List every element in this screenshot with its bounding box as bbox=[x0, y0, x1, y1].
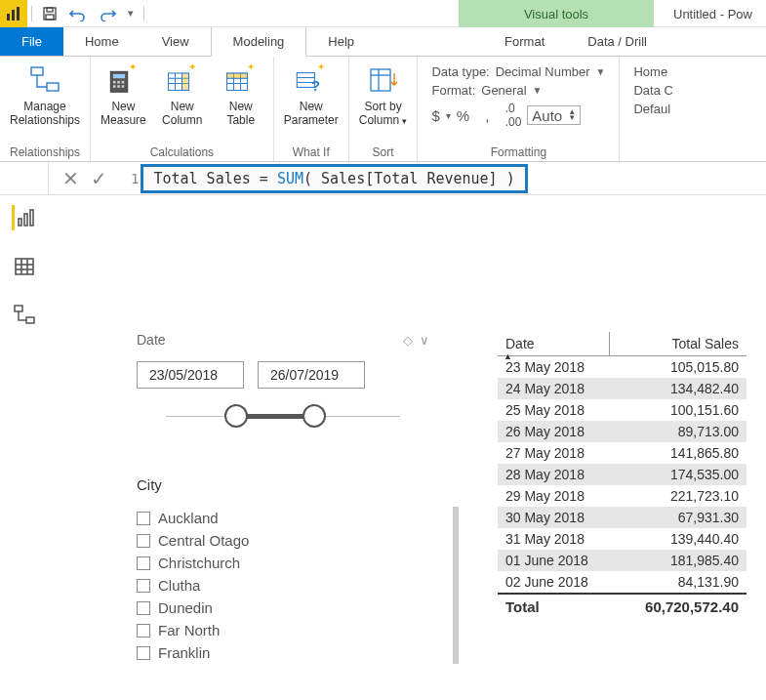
date-to-input[interactable]: 26/07/2019 bbox=[258, 361, 365, 389]
date-from-input[interactable]: 23/05/2018 bbox=[137, 361, 244, 389]
value: General bbox=[481, 83, 526, 98]
sort-icon bbox=[366, 62, 401, 98]
tab-file[interactable]: File bbox=[0, 27, 63, 56]
default-summarization-row[interactable]: Defaul bbox=[633, 102, 672, 116]
slicer-title-label: Date bbox=[137, 332, 166, 348]
new-measure-button[interactable]: ✦ New Measure bbox=[95, 59, 152, 131]
city-checkbox-item[interactable]: Dunedin bbox=[137, 597, 429, 619]
svg-rect-12 bbox=[122, 81, 125, 84]
svg-rect-38 bbox=[16, 259, 33, 274]
city-label: Auckland bbox=[158, 510, 219, 526]
table-row[interactable]: 30 May 201867,931.30 bbox=[498, 507, 746, 528]
report-canvas: Date ◇ ∨ 23/05/2018 26/07/2019 City Auck… bbox=[59, 234, 766, 700]
date-range-slider[interactable] bbox=[137, 398, 429, 437]
table-row[interactable]: 31 May 2018139,440.40 bbox=[498, 528, 746, 550]
qat-customize-icon[interactable]: ▾ bbox=[122, 7, 140, 20]
table-row[interactable]: 01 June 2018181,985.40 bbox=[498, 550, 746, 571]
column-header-sales[interactable]: Total Sales bbox=[610, 332, 746, 355]
formula-input[interactable]: Total Sales = SUM( Sales[Total Revenue] … bbox=[141, 164, 527, 193]
tab-help[interactable]: Help bbox=[306, 27, 376, 56]
cell-date: 28 May 2018 bbox=[498, 464, 610, 485]
total-value: 60,720,572.40 bbox=[610, 595, 746, 619]
datatype-dropdown[interactable]: Data type: Decimal Number ▼ bbox=[431, 64, 605, 79]
model-view-icon[interactable] bbox=[12, 303, 37, 328]
sort-by-column-button[interactable]: Sort by Column ▾ bbox=[353, 59, 414, 132]
svg-rect-11 bbox=[118, 81, 121, 84]
svg-rect-9 bbox=[113, 74, 125, 78]
stepper-arrows-icon: ▲▼ bbox=[568, 109, 576, 121]
slicer-options-icon[interactable]: ◇ ∨ bbox=[403, 333, 429, 348]
svg-rect-32 bbox=[371, 69, 390, 91]
city-checkbox-item[interactable]: Christchurch bbox=[137, 552, 429, 574]
decimal-button[interactable]: .0.00 bbox=[505, 102, 522, 129]
cancel-formula-icon[interactable]: ✕ bbox=[62, 167, 79, 190]
home-table-row[interactable]: Home bbox=[633, 64, 672, 79]
commit-formula-icon[interactable]: ✓ bbox=[91, 167, 107, 190]
table-row[interactable]: 29 May 2018221,723.10 bbox=[498, 485, 746, 507]
decimal-places-stepper[interactable]: Auto ▲▼ bbox=[527, 105, 581, 125]
data-category-row[interactable]: Data C bbox=[633, 83, 672, 98]
cell-date: 26 May 2018 bbox=[498, 421, 610, 442]
new-table-button[interactable]: ✦ New Table bbox=[213, 59, 269, 131]
cell-value: 134,482.40 bbox=[610, 378, 746, 399]
chevron-down-icon: ▼ bbox=[533, 85, 543, 96]
slider-thumb-end[interactable] bbox=[302, 404, 326, 428]
slicers-area: Date ◇ ∨ 23/05/2018 26/07/2019 City Auck… bbox=[137, 332, 429, 700]
new-parameter-button[interactable]: ?✦ New Parameter bbox=[278, 59, 344, 131]
city-checkbox-item[interactable]: Far North bbox=[137, 619, 429, 641]
new-column-button[interactable]: ✦ New Column bbox=[154, 59, 211, 131]
group-label: Formatting bbox=[422, 144, 615, 161]
undo-icon[interactable] bbox=[63, 6, 93, 21]
thousand-button[interactable]: , bbox=[485, 107, 489, 124]
cell-date: 27 May 2018 bbox=[498, 442, 610, 464]
currency-button[interactable]: $ bbox=[431, 107, 439, 124]
tab-home[interactable]: Home bbox=[63, 27, 141, 56]
scrollbar[interactable] bbox=[453, 507, 459, 664]
table-row[interactable]: 02 June 201884,131.90 bbox=[498, 571, 746, 593]
svg-rect-6 bbox=[31, 67, 43, 75]
group-calculations: ✦ New Measure ✦ New Column ✦ New Table C… bbox=[91, 57, 274, 161]
tab-data-drill[interactable]: Data / Drill bbox=[566, 27, 668, 56]
svg-text:?: ? bbox=[311, 78, 320, 94]
format-dropdown[interactable]: Format: General ▼ bbox=[431, 83, 605, 98]
cell-value: 181,985.40 bbox=[610, 550, 746, 571]
svg-rect-1 bbox=[12, 10, 15, 21]
city-list: AucklandCentral OtagoChristchurchCluthaD… bbox=[137, 507, 429, 664]
label: Data type: bbox=[431, 64, 489, 79]
group-label: Relationships bbox=[4, 144, 86, 161]
data-view-icon[interactable] bbox=[12, 254, 37, 279]
table-row[interactable]: 26 May 201889,713.00 bbox=[498, 421, 746, 442]
cell-date: 02 June 2018 bbox=[498, 571, 610, 593]
table-icon: ✦ bbox=[223, 62, 259, 98]
redo-icon[interactable] bbox=[93, 6, 122, 21]
city-checkbox-item[interactable]: Auckland bbox=[137, 507, 429, 529]
report-view-icon[interactable] bbox=[12, 205, 37, 230]
table-row[interactable]: 24 May 2018134,482.40 bbox=[498, 378, 746, 399]
svg-rect-7 bbox=[47, 83, 59, 91]
formula-function: SUM bbox=[277, 170, 303, 187]
manage-relationships-button[interactable]: Manage Relationships bbox=[4, 59, 86, 131]
tab-view[interactable]: View bbox=[141, 27, 211, 56]
city-checkbox-item[interactable]: Central Otago bbox=[137, 529, 429, 552]
table-row[interactable]: 27 May 2018141,865.80 bbox=[498, 442, 746, 464]
table-row[interactable]: 23 May 2018105,015.80 bbox=[498, 356, 746, 378]
table-row[interactable]: 25 May 2018100,151.60 bbox=[498, 399, 746, 421]
percent-button[interactable]: % bbox=[457, 107, 469, 124]
tab-modeling[interactable]: Modeling bbox=[211, 27, 307, 57]
table-row[interactable]: 28 May 2018174,535.00 bbox=[498, 464, 746, 485]
save-icon[interactable] bbox=[36, 6, 63, 21]
city-checkbox-item[interactable]: Franklin bbox=[137, 641, 429, 664]
slider-thumb-start[interactable] bbox=[224, 404, 248, 428]
ribbon-tabs: File Home View Modeling Help Format Data… bbox=[0, 27, 766, 57]
cell-value: 221,723.10 bbox=[610, 485, 746, 507]
total-label: Total bbox=[498, 595, 610, 619]
column-header-date[interactable]: Date ▲ bbox=[498, 332, 610, 355]
date-slicer-header: Date ◇ ∨ bbox=[137, 332, 429, 348]
city-checkbox-item[interactable]: Clutha bbox=[137, 574, 429, 597]
button-label: Manage Relationships bbox=[10, 100, 80, 127]
sales-table-visual[interactable]: Date ▲ Total Sales 23 May 2018105,015.80… bbox=[498, 332, 746, 700]
view-rail bbox=[0, 195, 49, 700]
tab-format[interactable]: Format bbox=[483, 27, 566, 56]
checkbox-icon bbox=[137, 512, 150, 525]
currency-dropdown-icon[interactable]: ▾ bbox=[446, 110, 451, 121]
